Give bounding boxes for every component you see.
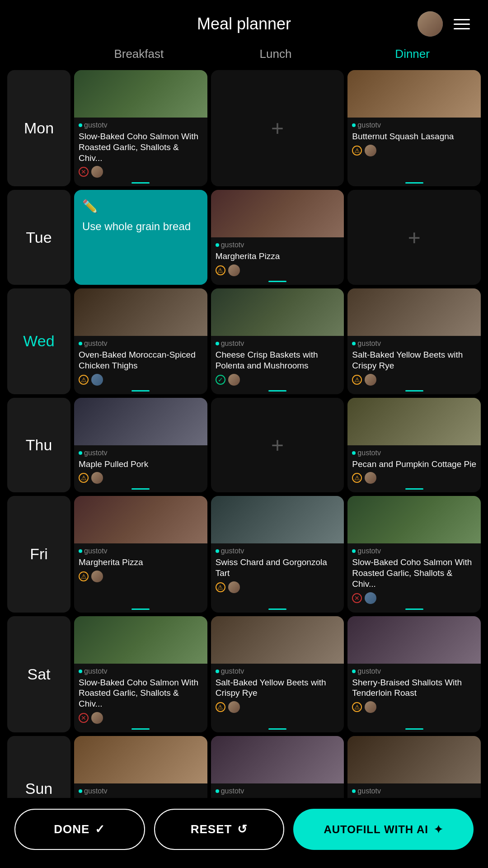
card-underline bbox=[405, 488, 423, 490]
meal-card-dinner[interactable]: gustotvSalt-Baked Yellow Beets with Cris… bbox=[347, 288, 481, 394]
meal-card-breakfast[interactable]: gustotvOven-Baked Moroccan-Spiced Chicke… bbox=[74, 288, 207, 394]
meal-image bbox=[74, 496, 207, 543]
brand-label: gustotv bbox=[352, 340, 476, 348]
brand-label: gustotv bbox=[79, 547, 203, 555]
meal-note-breakfast[interactable]: ✏️Use whole grain bread bbox=[74, 190, 207, 285]
warning-icon: ⚠ bbox=[352, 702, 362, 712]
brand-dot bbox=[79, 549, 82, 553]
meal-card-dinner[interactable]: gustotvPecan and Pumpkin Cottage Pie⚠ bbox=[347, 398, 481, 493]
meal-meta: ✓ bbox=[216, 374, 340, 386]
brand-dot bbox=[79, 451, 82, 455]
meal-card-lunch[interactable]: gustotvCheese Crisp Baskets with Polenta… bbox=[211, 288, 344, 394]
brand-label: gustotv bbox=[79, 667, 203, 675]
meal-meta: ✕ bbox=[352, 592, 476, 604]
user-avatar bbox=[228, 581, 240, 593]
add-icon: + bbox=[408, 225, 421, 250]
meal-card-dinner[interactable]: gustotvSherry-Braised Shallots With Tend… bbox=[347, 616, 481, 732]
user-avatar-2 bbox=[91, 374, 103, 386]
meal-info: gustotvSlow-Baked Coho Salmon With Roast… bbox=[74, 664, 207, 726]
header-right bbox=[418, 11, 470, 37]
user-avatar bbox=[365, 374, 376, 386]
meal-meta: ⚠ bbox=[352, 145, 476, 156]
meal-info: gustotvSlow-Baked Coho Salmon With Roast… bbox=[347, 543, 481, 606]
meal-meta: ⚠ bbox=[79, 571, 203, 582]
meal-card-breakfast[interactable]: gustotvMaple Pulled Pork⚠ bbox=[74, 398, 207, 493]
meal-title: Salt-Baked Yellow Beets with Crispy Rye bbox=[352, 349, 476, 371]
done-button[interactable]: DONE ✓ bbox=[14, 809, 145, 850]
check-icon: ✓ bbox=[95, 822, 105, 836]
meal-card-dinner[interactable]: gustotvSlow-Baked Coho Salmon With Roast… bbox=[347, 496, 481, 612]
user-avatar bbox=[365, 701, 376, 713]
meal-image bbox=[211, 190, 344, 237]
card-underline bbox=[131, 488, 150, 490]
card-underline bbox=[131, 182, 150, 184]
meal-card-breakfast[interactable]: gustotvMargherita Pizza⚠ bbox=[74, 496, 207, 612]
meal-card-lunch[interactable]: gustotvSalt-Baked Yellow Beets with Cris… bbox=[211, 616, 344, 732]
brand-dot bbox=[352, 342, 356, 345]
meal-card-breakfast[interactable]: gustotvSlow-Baked Coho Salmon With Roast… bbox=[74, 70, 207, 186]
meal-image bbox=[347, 288, 481, 336]
warning-icon: ⚠ bbox=[216, 582, 225, 592]
note-text: Use whole grain bread bbox=[82, 219, 191, 233]
warning-icon: ⚠ bbox=[352, 375, 362, 385]
user-avatar bbox=[365, 472, 376, 484]
warning-icon: ⚠ bbox=[216, 702, 225, 712]
brand-label: gustotv bbox=[79, 340, 203, 348]
autofill-label: AUTOFILL WITH AI bbox=[324, 823, 428, 836]
day-label-wed: Wed bbox=[7, 288, 70, 394]
meal-meta: ⚠ bbox=[216, 581, 340, 593]
warning-icon: ⚠ bbox=[79, 473, 89, 483]
add-icon: + bbox=[271, 116, 284, 141]
add-icon: + bbox=[271, 433, 284, 458]
user-avatar-2 bbox=[365, 592, 376, 604]
menu-button[interactable] bbox=[454, 19, 470, 29]
meal-image bbox=[74, 70, 207, 118]
meal-title: Maple Pulled Pork bbox=[79, 459, 203, 470]
card-underline bbox=[268, 609, 286, 610]
add-meal-lunch[interactable]: + bbox=[211, 398, 344, 493]
brand-dot bbox=[216, 789, 219, 793]
meal-card-lunch[interactable]: gustotvMargherita Pizza⚠ bbox=[211, 190, 344, 285]
avatar[interactable] bbox=[418, 11, 443, 37]
check-icon: ✓ bbox=[216, 375, 225, 385]
meal-info: gustotvOven-Baked Moroccan-Spiced Chicke… bbox=[74, 336, 207, 388]
warning-icon: ⚠ bbox=[352, 146, 362, 156]
add-meal-lunch[interactable]: + bbox=[211, 70, 344, 186]
meal-title: Pecan and Pumpkin Cottage Pie bbox=[352, 459, 476, 470]
meal-title: Cheese Crisp Baskets with Polenta and Mu… bbox=[216, 349, 340, 371]
meal-info: gustotvMaple Pulled Pork⚠ bbox=[74, 445, 207, 487]
autofill-button[interactable]: AUTOFILL WITH AI ✦ bbox=[293, 809, 474, 850]
meal-meta: ✕ bbox=[79, 166, 203, 178]
day-label-sat: Sat bbox=[7, 616, 70, 732]
meal-title: Swiss Chard and Gorgonzola Tart bbox=[216, 557, 340, 579]
reset-button[interactable]: RESET ↺ bbox=[154, 809, 285, 850]
done-label: DONE bbox=[54, 822, 89, 836]
meal-meta: ⚠ bbox=[352, 374, 476, 386]
brand-label: gustotv bbox=[352, 787, 476, 795]
brand-label: gustotv bbox=[216, 787, 340, 795]
reset-label: RESET bbox=[191, 822, 232, 836]
meal-title: Sherry-Braised Shallots With Tenderloin … bbox=[352, 677, 476, 699]
meal-title: Margherita Pizza bbox=[79, 557, 203, 568]
column-headers: Breakfast Lunch Dinner bbox=[0, 42, 488, 66]
add-meal-dinner[interactable]: + bbox=[347, 190, 481, 285]
meal-image bbox=[347, 70, 481, 118]
card-underline bbox=[405, 609, 423, 610]
day-row-mon: Mon gustotvSlow-Baked Coho Salmon With R… bbox=[7, 70, 481, 186]
col-header-dinner: Dinner bbox=[344, 42, 481, 66]
meal-title: Butternut Squash Lasagna bbox=[352, 131, 476, 142]
meal-meta: ⚠ bbox=[79, 472, 203, 484]
meal-card-breakfast[interactable]: gustotvSlow-Baked Coho Salmon With Roast… bbox=[74, 616, 207, 732]
col-header-lunch: Lunch bbox=[207, 42, 344, 66]
brand-dot bbox=[352, 549, 356, 553]
meal-card-dinner[interactable]: gustotvButternut Squash Lasagna⚠ bbox=[347, 70, 481, 186]
meal-card-lunch[interactable]: gustotvSwiss Chard and Gorgonzola Tart⚠ bbox=[211, 496, 344, 612]
meal-image bbox=[74, 616, 207, 664]
brand-label: gustotv bbox=[352, 121, 476, 129]
meal-title: Oven-Baked Moroccan-Spiced Chicken Thigh… bbox=[79, 349, 203, 371]
brand-label: gustotv bbox=[216, 547, 340, 555]
brand-label: gustotv bbox=[216, 340, 340, 348]
meal-info: gustotvMargherita Pizza⚠ bbox=[74, 543, 207, 606]
brand-label: gustotv bbox=[79, 449, 203, 457]
user-avatar bbox=[365, 145, 376, 156]
